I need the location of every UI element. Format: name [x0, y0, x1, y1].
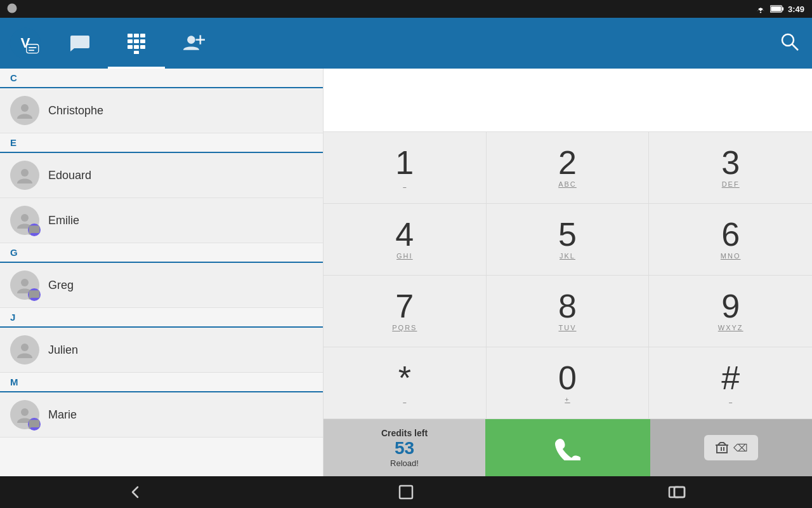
android-icon — [6, 3, 18, 17]
dial-key-8[interactable]: 8 TUV — [487, 276, 650, 347]
viber-badge-marie — [28, 418, 41, 431]
search-button[interactable] — [780, 32, 799, 54]
svg-line-24 — [792, 44, 798, 50]
avatar-edouard — [10, 161, 39, 190]
contact-item-emilie[interactable]: Emilie — [0, 198, 323, 243]
status-bar: 3:49 — [0, 0, 812, 18]
main-content: C Christophe E Edouard Emilie G — [0, 69, 812, 476]
contact-name-julien: Julien — [48, 344, 78, 357]
dial-key-9[interactable]: 9 WXYZ — [649, 276, 812, 347]
action-bar: Credits left 53 Reload! ⌫ — [324, 419, 812, 476]
recent-button[interactable] — [658, 479, 696, 505]
svg-rect-10 — [128, 34, 133, 37]
back-button[interactable] — [116, 479, 154, 505]
svg-point-20 — [187, 36, 195, 44]
tab-dialpad[interactable] — [108, 18, 165, 69]
section-header-g: G — [0, 243, 323, 263]
svg-rect-31 — [400, 486, 412, 498]
section-header-m: M — [0, 373, 323, 392]
svg-rect-11 — [134, 34, 139, 37]
status-icons: 3:49 — [755, 4, 804, 14]
svg-rect-13 — [128, 39, 133, 43]
svg-rect-14 — [134, 39, 139, 43]
viber-logo-icon: V — [9, 27, 42, 60]
contact-item-christophe[interactable]: Christophe — [0, 88, 323, 133]
avatar-emilie — [10, 206, 39, 235]
dial-key-star[interactable]: * — [324, 347, 487, 419]
home-button[interactable] — [387, 479, 425, 505]
svg-rect-2 — [782, 7, 784, 10]
delete-button[interactable]: ⌫ — [650, 419, 812, 476]
svg-rect-7 — [27, 44, 39, 53]
dial-key-6[interactable]: 6 MNO — [649, 204, 812, 276]
app-bar: V — [0, 18, 812, 69]
svg-rect-19 — [134, 51, 139, 54]
wifi-icon — [755, 4, 766, 13]
contacts-panel: C Christophe E Edouard Emilie G — [0, 69, 324, 476]
avatar-julien — [10, 335, 39, 364]
app-logo: V — [6, 24, 44, 62]
svg-rect-15 — [140, 39, 145, 43]
svg-point-0 — [8, 4, 17, 13]
contact-name-emilie: Emilie — [48, 214, 79, 227]
contact-item-julien[interactable]: Julien — [0, 328, 323, 373]
contact-item-greg[interactable]: Greg — [0, 263, 323, 308]
svg-rect-18 — [140, 45, 145, 49]
backspace-arrow: ⌫ — [733, 442, 748, 454]
credits-section: Credits left 53 Reload! — [324, 419, 485, 476]
delete-btn-inner: ⌫ — [704, 435, 758, 460]
dial-key-2[interactable]: 2 ABC — [487, 132, 650, 204]
contact-name-edouard: Edouard — [48, 169, 91, 182]
display-area — [324, 69, 812, 132]
viber-badge-emilie — [28, 224, 41, 236]
svg-rect-12 — [140, 34, 145, 37]
credits-number: 53 — [395, 438, 414, 458]
section-header-c: C — [0, 69, 323, 88]
dial-key-1[interactable]: 1 — [324, 132, 487, 204]
dialpad-panel: 1 2 ABC 3 DEF 4 GHI 5 JKL 6 MNO — [324, 69, 812, 476]
avatar-marie — [10, 400, 39, 429]
svg-point-26 — [21, 169, 29, 177]
avatar-greg — [10, 271, 39, 300]
dial-key-5[interactable]: 5 JKL — [487, 204, 650, 276]
section-header-j: J — [0, 308, 323, 328]
call-button[interactable] — [485, 419, 650, 476]
dial-key-4[interactable]: 4 GHI — [324, 204, 487, 276]
svg-rect-3 — [771, 6, 781, 11]
avatar-christophe — [10, 96, 39, 125]
dial-key-3[interactable]: 3 DEF — [649, 132, 812, 204]
contact-name-greg: Greg — [48, 279, 74, 292]
dial-key-hash[interactable]: # — [649, 347, 812, 419]
tab-messages[interactable] — [51, 18, 108, 69]
contact-item-edouard[interactable]: Edouard — [0, 153, 323, 198]
dialpad-grid: 1 2 ABC 3 DEF 4 GHI 5 JKL 6 MNO — [324, 132, 812, 419]
status-time: 3:49 — [788, 4, 804, 14]
svg-rect-16 — [128, 45, 133, 49]
contact-name-christophe: Christophe — [48, 104, 103, 117]
battery-icon — [770, 4, 784, 13]
dial-key-7[interactable]: 7 PQRS — [324, 276, 487, 347]
nav-tabs — [51, 18, 806, 69]
credits-label: Credits left — [381, 428, 428, 438]
svg-point-29 — [21, 344, 29, 351]
dial-key-0[interactable]: 0 + — [487, 347, 650, 419]
svg-rect-17 — [134, 45, 139, 49]
svg-rect-33 — [674, 487, 684, 497]
tab-contacts[interactable] — [165, 18, 222, 69]
viber-badge-greg — [28, 288, 41, 301]
reload-label[interactable]: Reload! — [390, 458, 419, 468]
svg-point-25 — [21, 104, 29, 112]
contact-name-marie: Marie — [48, 408, 77, 422]
contact-item-marie[interactable]: Marie — [0, 392, 323, 438]
bottom-nav-bar — [0, 476, 812, 508]
section-header-e: E — [0, 133, 323, 153]
